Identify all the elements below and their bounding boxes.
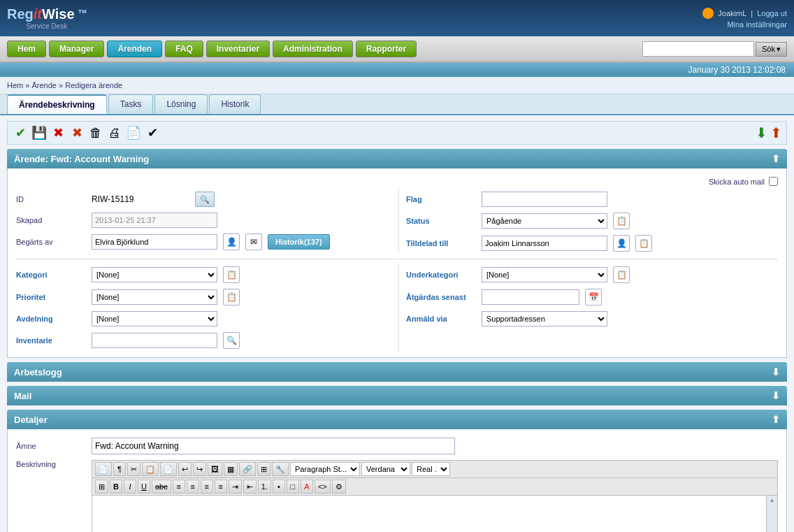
breadcrumb-hem[interactable]: Hem [7, 81, 23, 89]
status-row: Status Pågående Stängd Avvaktar Ny 📋 [406, 210, 778, 232]
logo-area: RegitWise TM Service Desk [7, 6, 87, 30]
search-button[interactable]: Sök ▾ [756, 42, 787, 57]
editor-strike-btn[interactable]: abc [152, 480, 171, 494]
editor-tool-btn[interactable]: 🔧 [272, 462, 289, 476]
arbetslogg-section-header[interactable]: Arbetslogg ⬇ [7, 362, 787, 382]
editor-copy-btn[interactable]: 📋 [142, 462, 159, 476]
editor-color-btn[interactable]: A [301, 480, 313, 494]
flag-input[interactable] [482, 192, 607, 207]
toolbar-check-btn[interactable]: ✔ [144, 124, 161, 141]
avdelning-row: Avdelning [None] [16, 308, 389, 329]
kategori-copy-icon[interactable]: 📋 [223, 266, 240, 283]
skapad-input[interactable] [92, 213, 217, 228]
toolbar-cancel-btn[interactable]: ✖ [50, 124, 66, 141]
atgardas-input[interactable] [482, 289, 579, 305]
editor-redo-btn[interactable]: ↪ [193, 462, 206, 476]
editor-outdent-btn[interactable]: ⇤ [243, 480, 257, 494]
assign-person-icon[interactable]: 👤 [613, 235, 630, 252]
atgardas-row: Åtgärdas senast 📅 [406, 286, 778, 308]
editor-img-btn[interactable]: 🖼 [208, 462, 222, 476]
editor-body[interactable]: ▲ [92, 495, 778, 532]
tab-arendebeskrivning[interactable]: Ärendebeskrivning [7, 94, 107, 114]
amne-input[interactable] [92, 438, 455, 454]
editor-bold-btn[interactable]: 📄 [95, 462, 112, 476]
tab-historik[interactable]: Historik [209, 94, 261, 114]
editor-border-btn[interactable]: □ [287, 480, 299, 494]
nav-arenden[interactable]: Ärenden [107, 41, 162, 57]
toolbar-print-btn[interactable]: 🖨 [106, 124, 123, 141]
editor-code-btn[interactable]: <> [315, 480, 331, 494]
editor-i-btn[interactable]: I [124, 480, 136, 494]
toolbar-delete-btn[interactable]: ✖ [68, 124, 85, 141]
editor-para-select[interactable]: Paragraph St... [290, 462, 360, 476]
nav-hem[interactable]: Hem [7, 41, 46, 57]
underkategori-copy-icon[interactable]: 📋 [613, 266, 630, 283]
editor-align-justify-btn[interactable]: ≡ [215, 480, 227, 494]
person-search-icon[interactable]: 👤 [223, 233, 240, 250]
nav-manager[interactable]: Manager [49, 41, 104, 57]
editor-size-select[interactable]: Real ... [412, 462, 450, 476]
mail-section-header[interactable]: Mail ⬇ [7, 386, 787, 405]
tab-tasks[interactable]: Tasks [108, 94, 154, 114]
person-edit-icon[interactable]: ✉ [245, 233, 262, 250]
nav-rapporter[interactable]: Rapporter [356, 41, 417, 57]
detaljer-section-header[interactable]: Detaljer ⬆ [7, 410, 787, 429]
editor-align-right-btn[interactable]: ≡ [201, 480, 213, 494]
editor-align-left-btn[interactable]: ≡ [173, 480, 185, 494]
avdelning-select[interactable]: [None] [92, 311, 217, 326]
editor-indent-btn[interactable]: ⇥ [229, 480, 242, 494]
editor-paste-btn[interactable]: 📄 [160, 462, 177, 476]
status-icon-btn[interactable]: 📋 [613, 213, 630, 229]
editor-ul-btn[interactable]: • [273, 480, 285, 494]
begarts-input[interactable] [92, 234, 217, 250]
editor-u-btn[interactable]: U [138, 480, 150, 494]
editor-cut-btn[interactable]: ✂ [127, 462, 140, 476]
toolbar-save-btn[interactable]: 💾 [31, 124, 48, 141]
inventarie-input[interactable] [92, 333, 217, 348]
editor-table-btn[interactable]: ▦ [224, 462, 238, 476]
logout-link[interactable]: Logga ut [757, 9, 787, 17]
nav-administration[interactable]: Administration [273, 41, 353, 57]
editor-align-center-btn[interactable]: ≡ [187, 480, 199, 494]
prioritet-select[interactable]: [None] [92, 289, 217, 305]
inventarie-icon[interactable]: 🔍 [223, 332, 240, 349]
move-down-icon[interactable]: ⬇ [756, 124, 767, 141]
arende-section-header[interactable]: Ärende: Fwd: Account Warning ⬆ [7, 149, 787, 168]
move-up-icon[interactable]: ⬆ [770, 124, 782, 141]
search-id-btn[interactable]: 🔍 [195, 192, 215, 207]
auto-mail-checkbox[interactable] [769, 177, 778, 186]
breadcrumb-arende[interactable]: Ärende [31, 81, 56, 89]
editor-grid-btn[interactable]: ⊞ [257, 462, 270, 476]
toolbar-new-btn[interactable]: 📄 [125, 124, 142, 141]
editor-para-btn[interactable]: ¶ [113, 462, 126, 476]
status-select[interactable]: Pågående Stängd Avvaktar Ny [482, 213, 607, 229]
tilldelad-row: Tilldelad till 👤 📋 [406, 232, 778, 254]
editor-ol-btn[interactable]: 1. [258, 480, 271, 494]
editor-font-select[interactable]: Verdana [361, 462, 410, 476]
editor-undo-btn[interactable]: ↩ [178, 462, 192, 476]
editor-misc-btn[interactable]: ⚙ [332, 480, 346, 494]
tilldelad-input[interactable] [482, 236, 607, 251]
arbetslogg-section: Arbetslogg ⬇ [7, 362, 787, 382]
editor-toolbar-1: 📄 ¶ ✂ 📋 📄 ↩ ↪ 🖼 ▦ 🔗 ⊞ 🔧 Paragraph S [92, 460, 778, 477]
historik-button[interactable]: Historik(137) [268, 234, 330, 250]
kategori-select[interactable]: [None] [92, 267, 217, 282]
nav-inventarier[interactable]: Inventarier [206, 41, 270, 57]
toolbar-trash-btn[interactable]: 🗑 [87, 124, 104, 141]
assign-edit-icon[interactable]: 📋 [635, 235, 652, 252]
prioritet-copy-icon[interactable]: 📋 [223, 289, 240, 305]
settings-link[interactable]: Mina inställningar [727, 20, 787, 29]
editor-tbl-btn[interactable]: ⊞ [95, 480, 108, 494]
toolbar-checkmark-btn[interactable]: ✔ [12, 124, 29, 141]
calendar-icon[interactable]: 📅 [585, 289, 602, 305]
main-content: ✔ 💾 ✖ ✖ 🗑 🖨 📄 ✔ ⬇ ⬆ Ärende: Fwd: Account… [0, 115, 794, 532]
anmald-select[interactable]: Supportadressen Telefon Personligen [482, 311, 607, 326]
tab-losning[interactable]: Lösning [154, 94, 208, 114]
toolbar-right: ⬇ ⬆ [756, 124, 782, 141]
search-input[interactable] [642, 41, 754, 57]
underkategori-select[interactable]: [None] [482, 267, 607, 282]
breadcrumb-current: Redigera ärende [65, 81, 122, 89]
editor-b-btn[interactable]: B [110, 480, 122, 494]
editor-link-btn[interactable]: 🔗 [239, 462, 256, 476]
nav-faq[interactable]: FAQ [165, 41, 203, 57]
